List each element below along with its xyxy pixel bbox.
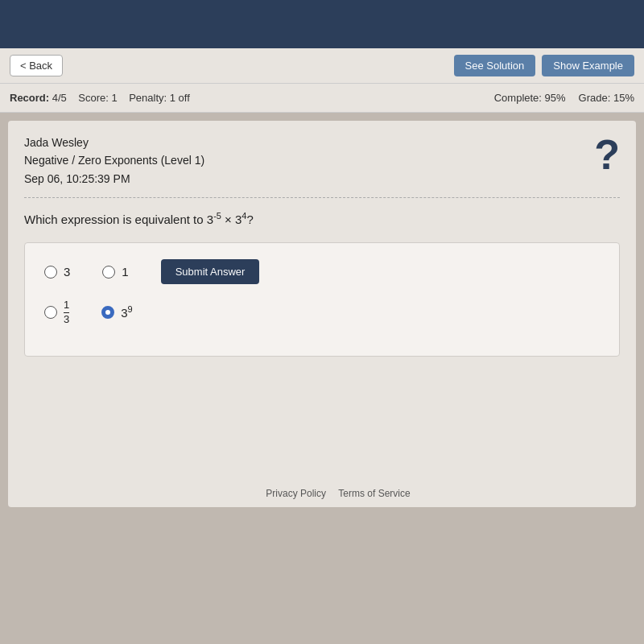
question-text: Which expression is equivalent to 3-5 × … xyxy=(24,211,620,226)
terms-of-service-link[interactable]: Terms of Service xyxy=(338,488,410,499)
privacy-policy-link[interactable]: Privacy Policy xyxy=(266,488,326,499)
main-content: Jada Wesley Negative / Zero Exponents (L… xyxy=(8,121,636,507)
help-icon: ? xyxy=(594,134,620,175)
info-left: Record: 4/5 Score: 1 Penalty: 1 off xyxy=(10,92,190,104)
answers-box: 3 1 Submit Answer 1 3 39 xyxy=(24,242,620,357)
penalty-value: 1 off xyxy=(170,92,190,104)
answer-option-3-9[interactable]: 39 xyxy=(101,304,132,320)
penalty-label: Penalty: xyxy=(129,92,170,104)
student-datetime: Sep 06, 10:25:39 PM xyxy=(24,170,204,188)
fraction-numerator: 1 xyxy=(64,299,69,313)
answer-exp-9: 9 xyxy=(128,304,133,314)
nav-right-buttons: See Solution Show Example xyxy=(454,55,634,76)
student-name: Jada Wesley xyxy=(24,134,204,151)
info-right: Complete: 95% Grade: 15% xyxy=(494,92,634,104)
answer-option-1[interactable]: 1 xyxy=(102,265,128,279)
radio-3[interactable] xyxy=(44,266,57,279)
nav-bar: < Back See Solution Show Example xyxy=(0,48,644,84)
grade-value: 15% xyxy=(613,92,634,104)
grade-info: Grade: 15% xyxy=(579,92,634,104)
complete-label: Complete: xyxy=(494,92,545,104)
question-suffix: ? xyxy=(246,213,253,226)
see-solution-button[interactable]: See Solution xyxy=(454,55,536,76)
show-example-button[interactable]: Show Example xyxy=(542,55,634,76)
score-value: 1 xyxy=(111,92,117,104)
answer-option-3[interactable]: 3 xyxy=(44,265,70,279)
answer-label-3-9: 39 xyxy=(121,304,132,320)
answer-label-3: 3 xyxy=(64,265,70,279)
radio-1[interactable] xyxy=(102,266,115,279)
fraction-denominator: 3 xyxy=(64,313,69,326)
complete-info: Complete: 95% xyxy=(494,92,566,104)
question-header: Jada Wesley Negative / Zero Exponents (L… xyxy=(24,134,620,198)
record-info: Record: 4/5 Score: 1 Penalty: 1 off xyxy=(10,92,190,104)
student-topic: Negative / Zero Exponents (Level 1) xyxy=(24,151,204,169)
question-prefix: Which expression is equivalent to 3 xyxy=(24,213,213,226)
submit-answer-button[interactable]: Submit Answer xyxy=(161,259,260,284)
grade-label: Grade: xyxy=(579,92,613,104)
answers-row-1: 3 1 Submit Answer xyxy=(44,259,600,284)
answers-row-2: 1 3 39 xyxy=(44,299,600,325)
radio-3-9[interactable] xyxy=(101,306,114,319)
fraction-1-3: 1 3 xyxy=(64,299,69,325)
radio-1-3[interactable] xyxy=(44,306,57,319)
score-label: Score: xyxy=(78,92,111,104)
answer-label-1: 1 xyxy=(122,265,128,279)
back-button[interactable]: < Back xyxy=(10,55,63,76)
record-value: 4/5 xyxy=(52,92,67,104)
top-bar xyxy=(0,0,644,48)
complete-value: 95% xyxy=(545,92,566,104)
question-exp1: -5 xyxy=(213,211,221,221)
answer-option-1-3[interactable]: 1 3 xyxy=(44,299,69,325)
record-label: Record: xyxy=(10,92,52,104)
question-times: × 3 xyxy=(221,213,242,226)
student-info: Jada Wesley Negative / Zero Exponents (L… xyxy=(24,134,204,188)
info-bar: Record: 4/5 Score: 1 Penalty: 1 off Comp… xyxy=(0,84,644,113)
footer: Privacy Policy Terms of Service xyxy=(24,488,644,499)
